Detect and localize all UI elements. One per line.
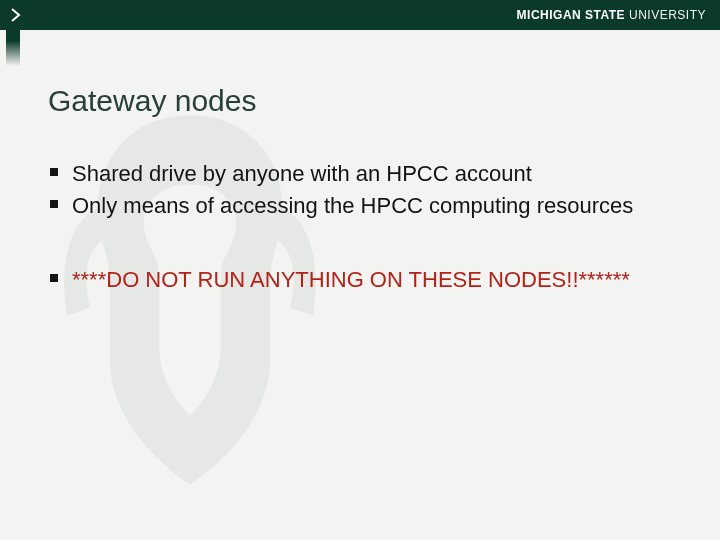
slide-title: Gateway nodes [48,84,668,118]
university-bold: MICHIGAN STATE [517,8,626,22]
slide-content: Gateway nodes Shared drive by anyone wit… [48,84,668,298]
list-item-warning: ****DO NOT RUN ANYTHING ON THESE NODES!!… [48,266,668,294]
bullet-list-warning: ****DO NOT RUN ANYTHING ON THESE NODES!!… [48,266,668,294]
slide: MICHIGAN STATE UNIVERSITY Gateway nodes … [0,0,720,540]
university-name: MICHIGAN STATE UNIVERSITY [517,8,720,22]
header-bar: MICHIGAN STATE UNIVERSITY [0,0,720,30]
university-light: UNIVERSITY [625,8,706,22]
chevron-right-icon [0,0,28,30]
spacer [48,224,668,266]
warning-block: ****DO NOT RUN ANYTHING ON THESE NODES!!… [48,266,668,294]
list-item: Only means of accessing the HPCC computi… [48,192,668,220]
bullet-list-main: Shared drive by anyone with an HPCC acco… [48,160,668,220]
header-accent-strip [6,30,20,66]
list-item: Shared drive by anyone with an HPCC acco… [48,160,668,188]
